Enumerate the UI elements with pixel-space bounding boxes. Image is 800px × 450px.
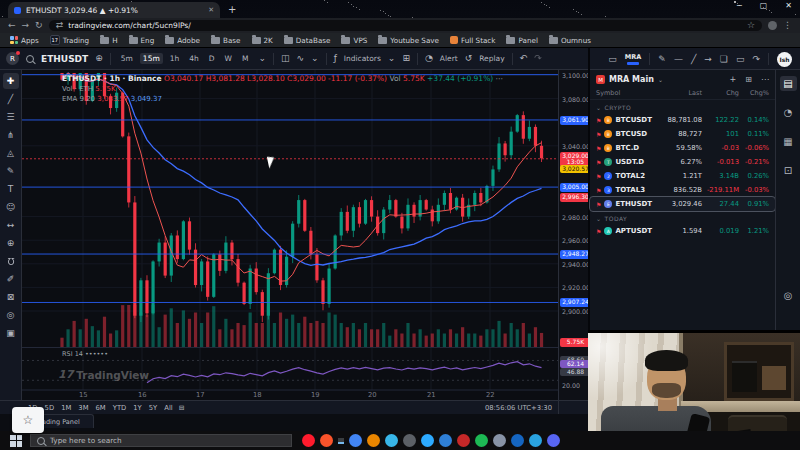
taskbar-app-vscode[interactable] [439,434,452,447]
alert-button[interactable]: Alert [440,54,458,63]
arrow-icon[interactable]: → [704,55,712,64]
zoom-tool[interactable]: ⊕ [3,235,19,251]
watchlist-grid-icon[interactable]: ⊞ [745,75,752,84]
bookmark-panel[interactable]: Panel [506,36,537,45]
bookmark-eng[interactable]: Eng [129,36,155,45]
timeframe-1h[interactable]: 1h [167,53,183,64]
timeframe-D[interactable]: D [206,53,218,64]
site-info-icon[interactable]: ⇄ [56,21,64,30]
symbol-name[interactable]: TOTAL3 [615,186,658,194]
clock[interactable]: 08:56:06 UTC+3:30 [485,404,552,412]
start-button[interactable] [10,435,22,447]
watchlist-section-today[interactable]: ⌄TODAY [590,211,775,224]
text-tool[interactable]: T [3,181,19,197]
line-type-icon[interactable]: ∿ [297,54,305,63]
taskbar-app-opera[interactable] [302,434,315,447]
legend-more-icon[interactable]: ⋯ [496,74,504,83]
taskbar-app-notifier[interactable] [457,434,470,447]
forward-icon[interactable]: → [22,21,30,30]
collapse-icon[interactable]: ⌄ [596,215,602,222]
close-window-icon[interactable]: ✕ [785,1,792,10]
column-symbol[interactable]: Symbol [596,89,658,97]
ma-indicator-label[interactable]: EMA 9 20 [62,95,95,103]
emoji-tool[interactable]: ☺ [3,199,19,215]
flag-icon[interactable]: ⚑ [596,117,601,124]
reload-icon[interactable]: ↻ [35,21,43,30]
new-tab-button[interactable]: + [228,4,236,15]
chat-icon[interactable]: ⊡ [780,163,797,178]
range-all[interactable]: All [164,404,172,412]
symbol-name[interactable]: BTCUSDT [615,116,658,124]
eraser-icon[interactable]: — [674,55,683,64]
redo-icon[interactable]: ↷ [534,54,542,63]
alerts-icon[interactable]: ◔ [780,105,797,120]
range-3m[interactable]: 3M [78,404,88,412]
user-avatar[interactable]: R [6,52,19,65]
symbol-search-button[interactable]: ETHUSDT [41,54,88,64]
watchlist-row-btcusd[interactable]: ⚑BBTCUSD88,7271010.11% [590,127,775,141]
symbol-name[interactable]: USDT.D [615,158,658,166]
bookmark-youtube-save[interactable]: Youtube Save [378,36,439,45]
watchlist-more-icon[interactable]: ⋯ [761,75,769,84]
watchlist-row-btc.d[interactable]: ⚑BBTC.D59.58%-0.03-0.06% [590,141,775,155]
lock-all-tool[interactable]: ⊠ [3,289,19,305]
curve-icon[interactable]: ↷ [752,55,760,64]
bookmark-vps[interactable]: VPS [341,36,367,45]
watchlist-section-crypto[interactable]: ⌄CRYPTO [590,100,775,113]
add-symbol-icon[interactable]: + [730,75,737,84]
measure-tool[interactable]: ↔ [3,217,19,233]
watchlist-icon[interactable]: ▤ [780,76,797,91]
price-axis[interactable]: 3,100.003,080.003,040.002,980.002,960.00… [558,70,592,400]
watchlist-row-total3[interactable]: ⚑3TOTAL3836.52B-219.11M-0.03% [590,183,775,197]
close-tab-icon[interactable]: ✕ [208,6,214,14]
replay-button[interactable]: Replay [479,54,504,63]
chevron-down-icon[interactable]: ⌄ [258,54,266,63]
browser-tab[interactable]: ETHUSDT 3,029.46 ▲ +0.91% ✕ [8,2,220,18]
undo-icon[interactable]: ↶ [520,54,528,63]
hotlists-icon[interactable]: ▦ [780,134,797,149]
timeframe-15m[interactable]: 15m [140,53,163,64]
bookmark-full-stack[interactable]: Full Stack [450,36,495,45]
taskbar-app-active-box[interactable] [338,438,344,444]
range-1m[interactable]: 1M [61,404,71,412]
symbol-name[interactable]: TOTAL2 [615,172,658,180]
symbol-name[interactable]: ETHUSDT [615,200,658,208]
flag-icon[interactable]: ⚑ [596,159,601,166]
symbol-name[interactable]: BTC.D [615,144,658,152]
pattern-tool[interactable]: ◬ [3,145,19,161]
timeframe-5m[interactable]: 5m [118,53,136,64]
taskbar-search[interactable]: Type here to search [30,434,292,447]
collapse-icon[interactable]: ⌄ [596,104,602,111]
chart-area[interactable]: ETHUSDT · 1h · Binance O3,040.17 H3,081.… [22,70,558,400]
taskbar-app-snip[interactable] [493,434,506,447]
maximize-icon[interactable]: ▢ [760,1,768,10]
indicator-templates-icon[interactable]: ⊞ [402,54,410,63]
favorites-star-widget[interactable]: ☆ [12,407,44,433]
bookmark-h[interactable]: H [100,36,117,45]
taskbar-app-chrome-2[interactable] [367,434,380,447]
bookmark-base[interactable]: Base [211,36,241,45]
chevron-down-icon[interactable]: ⌄ [311,54,319,63]
chevron-down-icon[interactable]: ⌄ [388,54,396,63]
taskbar-app-discord[interactable] [547,434,560,447]
chart-type-icon[interactable]: ◫ [281,54,290,63]
column-chg[interactable]: Chg [702,89,739,97]
flag-icon[interactable]: ⚑ [596,201,601,208]
timeframe-4h[interactable]: 4h [186,53,202,64]
url-field[interactable]: ⇄ tradingview.com/chart/5ucn9lPs/ ☆ [49,20,762,31]
hide-all-tool[interactable]: ◎ [3,307,19,323]
range-5y[interactable]: 5Y [149,404,157,412]
crosshair-tool[interactable]: ✚ [3,73,19,89]
layout-icon[interactable]: ▭ [608,55,617,64]
taskbar-app-brave[interactable] [320,434,333,447]
horizontal-lines-tool[interactable]: ☰ [3,109,19,125]
chevron-down-icon[interactable]: ⌄ [658,76,663,83]
publish-avatar-button[interactable]: Ish [777,52,792,67]
magnet-tool[interactable]: Ω [3,253,19,269]
minimize-icon[interactable]: ─ [737,1,742,10]
layout-name-button[interactable]: MRA [625,53,642,65]
bookmark-trading[interactable]: 17Trading [50,35,89,45]
line-icon[interactable]: ╱ [691,55,696,64]
taskbar-app-edge[interactable] [385,434,398,447]
taskbar-app-photoshop[interactable] [421,434,434,447]
